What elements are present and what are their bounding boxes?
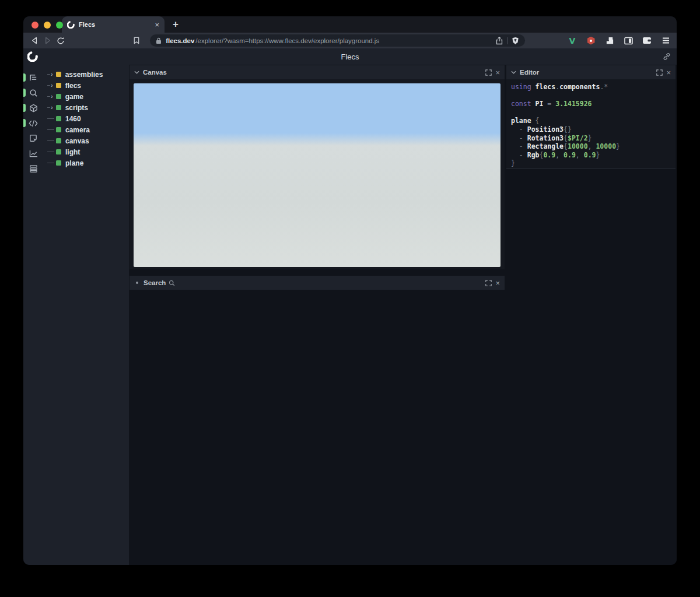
code-editor[interactable]: using flecs.components.* const PI = 3.14… — [506, 79, 676, 169]
tree-item-label: canvas — [65, 137, 89, 145]
brave-shield-icon[interactable] — [512, 37, 519, 45]
expand-icon[interactable] — [485, 280, 492, 286]
tree-item-scripts[interactable]: ›scripts — [43, 102, 129, 113]
sidebar-item-inspect[interactable] — [23, 131, 43, 146]
expand-icon[interactable] — [656, 69, 663, 76]
extensions-puzzle-icon[interactable] — [603, 34, 616, 47]
vue-devtools-icon[interactable]: V — [566, 34, 579, 47]
url-bar[interactable]: flecs.dev/explorer/?wasm=https://www.fle… — [150, 34, 525, 47]
yellow-entity-square-icon — [56, 83, 61, 88]
chevron-right-icon[interactable]: › — [51, 71, 53, 78]
expand-icon[interactable] — [485, 69, 492, 76]
tree-item-flecs[interactable]: ›flecs — [43, 80, 129, 91]
minimize-window-button[interactable] — [44, 22, 51, 29]
canvas-panel-header[interactable]: Canvas × — [130, 65, 505, 79]
tree-item-camera[interactable]: camera — [43, 124, 129, 135]
tree-guide-line — [47, 85, 50, 86]
search-panel-header[interactable]: Search × — [130, 276, 505, 290]
sidebar-item-search[interactable] — [23, 85, 43, 100]
code-line: } — [511, 159, 671, 168]
code-line — [511, 92, 671, 100]
tree-item-plane[interactable]: plane — [43, 157, 129, 168]
close-window-button[interactable] — [32, 22, 38, 29]
tree-guide-line — [47, 107, 50, 108]
code-line: - Position3{} — [511, 125, 671, 134]
tree-item-label: plane — [65, 159, 83, 167]
code-line: using flecs.components.* — [511, 83, 671, 92]
canvas-body — [130, 79, 505, 269]
zoom-window-button[interactable] — [56, 22, 63, 29]
chevron-down-icon[interactable] — [134, 71, 139, 74]
code-line: plane { — [511, 117, 671, 125]
browser-toolbar: flecs.dev/explorer/?wasm=https://www.fle… — [23, 33, 677, 48]
chevron-down-icon[interactable] — [511, 71, 516, 74]
search-panel: Search × — [130, 276, 505, 290]
canvas-panel: Canvas × — [130, 65, 505, 269]
browser-tab[interactable]: Flecs × — [62, 16, 164, 33]
editor-panel: Editor × using flecs.components.* const … — [506, 65, 676, 169]
collapsed-bullet-icon[interactable] — [136, 282, 138, 284]
tree-item-light[interactable]: light — [43, 146, 129, 157]
reload-button[interactable] — [54, 34, 67, 47]
chevron-right-icon[interactable]: › — [51, 82, 53, 89]
new-tab-button[interactable]: + — [173, 19, 178, 30]
tree-item-label: light — [65, 148, 80, 156]
tree-guide-line — [47, 74, 50, 75]
tree-item-game[interactable]: ›game — [43, 91, 129, 102]
chevron-right-icon[interactable]: › — [51, 104, 53, 111]
tree-item-1460[interactable]: 1460 — [43, 113, 129, 124]
green-entity-square-icon — [56, 160, 61, 166]
forward-button[interactable] — [41, 34, 54, 47]
tree-item-assemblies[interactable]: ›assemblies — [43, 69, 129, 80]
flecs-explorer-app: Flecs — [23, 48, 677, 565]
sidebar-item-entity-tree[interactable] — [23, 70, 43, 85]
tree-item-canvas[interactable]: canvas — [43, 135, 129, 146]
back-button[interactable] — [28, 34, 41, 47]
tree-item-label: camera — [65, 126, 90, 134]
tree-item-label: 1460 — [65, 115, 81, 123]
code-line: const PI = 3.1415926 — [511, 100, 671, 108]
close-icon[interactable]: × — [495, 279, 500, 287]
sidebar-item-rows[interactable] — [23, 161, 43, 176]
menu-icon[interactable] — [659, 34, 672, 47]
tree-guide-line — [47, 141, 54, 141]
sidebar-toggle-icon[interactable] — [622, 34, 635, 47]
share-icon[interactable] — [496, 37, 503, 45]
code-line: - Rectangle{10000, 10000} — [511, 142, 671, 151]
tree-guide-line — [47, 129, 54, 130]
tree-guide-line — [47, 96, 50, 97]
tree-item-label: assemblies — [65, 71, 103, 79]
tree-guide-line — [47, 152, 54, 152]
tree-item-label: scripts — [65, 104, 88, 112]
page-title: Flecs — [23, 52, 677, 61]
sidebar-item-code[interactable] — [23, 115, 43, 131]
entity-tree-panel: ›assemblies›flecs›game›scripts1460camera… — [43, 65, 129, 565]
green-entity-square-icon — [56, 127, 61, 132]
3d-canvas-viewport[interactable] — [134, 83, 501, 267]
sidebar-item-entities-cube[interactable] — [23, 100, 43, 115]
tree-item-label: flecs — [65, 82, 81, 90]
tree-guide-line — [47, 163, 54, 163]
sidebar-item-stats[interactable] — [23, 146, 43, 161]
tab-title: Flecs — [79, 21, 150, 28]
chevron-right-icon[interactable]: › — [51, 93, 53, 100]
tab-close-icon[interactable]: × — [155, 21, 159, 29]
tree-guide-line — [47, 118, 54, 119]
close-icon[interactable]: × — [495, 69, 500, 76]
share-link-icon[interactable] — [663, 52, 671, 61]
close-icon[interactable]: × — [666, 69, 671, 76]
sidebar-icon-strip — [23, 65, 43, 565]
canvas-panel-title: Canvas — [143, 69, 167, 76]
bookmark-icon[interactable] — [130, 34, 143, 47]
app-header: Flecs — [23, 48, 677, 65]
red-hexagon-extension-icon[interactable] — [584, 34, 597, 47]
wallet-icon[interactable] — [640, 34, 653, 47]
search-magnifier-icon — [169, 280, 175, 286]
editor-panel-header[interactable]: Editor × — [506, 65, 676, 79]
code-line: - Rgb{0.9, 0.9, 0.9} — [511, 151, 671, 160]
code-line: - Rotation3{$PI/2} — [511, 134, 671, 143]
search-panel-title: Search — [144, 279, 166, 286]
green-entity-square-icon — [56, 105, 61, 110]
tab-bar: Flecs × + — [23, 16, 677, 33]
lock-icon — [156, 37, 162, 44]
